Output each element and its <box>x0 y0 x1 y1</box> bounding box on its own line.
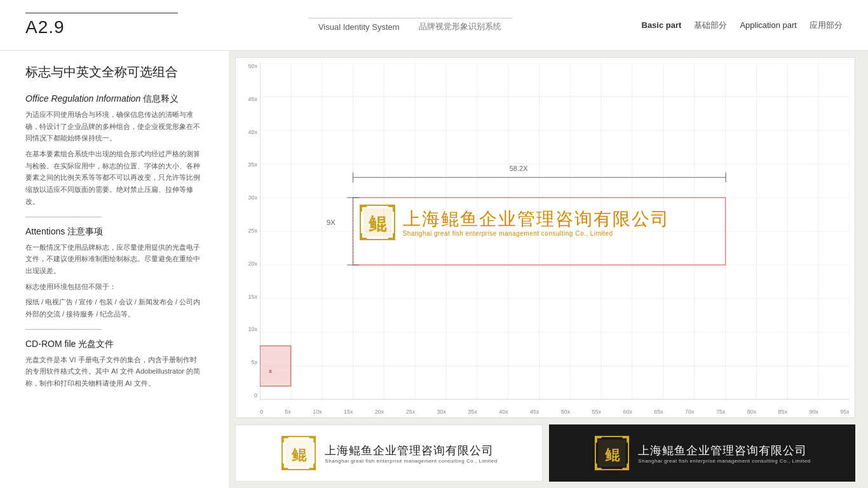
bottom-logo-en-light: Shanghai great fish enterprise managemen… <box>325 458 497 464</box>
header-divider <box>25 13 178 13</box>
x-label-30: 30x <box>437 409 446 415</box>
main-content: 标志与中英文全称可选组合 Office Regulation Informati… <box>0 51 868 488</box>
bottom-logo-zh-dark: 上海鲲鱼企业管理咨询有限公司 <box>638 443 810 458</box>
x-label-90: 90x <box>809 409 818 415</box>
chart-logo-en: Shanghai great fish enterprise managemen… <box>403 230 670 237</box>
svg-rect-48 <box>360 233 362 240</box>
x-label-10: 10x <box>313 409 322 415</box>
x-label-5: 5x <box>285 409 291 415</box>
bottom-logos: 鲲 上海鲲鱼企业管理咨询有限公司 Shanghai great fish ent… <box>235 424 855 482</box>
cdrom-label: CD-ROM file 光盘文件 <box>25 339 203 350</box>
chart-logo: 鲲 上海鲲鱼企业管理咨询有限公司 Shanghai great fish <box>353 201 675 244</box>
y-label-25: 25x <box>236 227 260 234</box>
attentions-text-2: 标志使用环境包括但不限于： <box>25 281 203 293</box>
y-label-10: 10x <box>236 326 260 332</box>
office-text-1: 为适应不同使用场合与环境，确保信息传达的清晰与准确，特设计了企业品牌的多种组合，… <box>25 109 203 144</box>
x-label-75: 75x <box>716 409 726 415</box>
x-label-15: 15x <box>344 409 353 415</box>
x-label-95: 95x <box>840 409 850 415</box>
x-label-80: 80x <box>747 409 757 415</box>
nav-en: Visual Identity System <box>318 22 400 32</box>
right-panel: 0 5x 10x 15x 20x 25x 30x 35x 40x 45x 50x <box>229 51 868 488</box>
svg-rect-68 <box>627 437 629 443</box>
svg-rect-46 <box>393 205 395 212</box>
bottom-logo-icon-light: 鲲 <box>280 435 317 471</box>
header-top-line <box>308 18 512 18</box>
x-label-0: 0 <box>260 409 263 415</box>
chart-logo-text: 上海鲲鱼企业管理咨询有限公司 Shanghai great fish enter… <box>403 208 670 237</box>
header-center: Visual Identity System 品牌视觉形象识别系统 <box>308 18 512 32</box>
section-title: 标志与中英文全称可选组合 <box>25 64 203 81</box>
attentions-label: Attentions 注意事项 <box>25 226 203 238</box>
svg-rect-31 <box>260 346 291 386</box>
x-label-55: 55x <box>592 409 602 415</box>
y-label-15: 15x <box>236 294 260 300</box>
dim-9x-label: 9X <box>325 218 337 227</box>
y-label-40: 40x <box>236 129 260 135</box>
application-part-zh: 应用部分 <box>810 20 843 31</box>
y-label-50: 50x <box>236 63 260 69</box>
grid-area: x 9X 58.2 <box>260 63 850 400</box>
svg-text:x: x <box>269 368 272 374</box>
bottom-logo-text-light: 上海鲲鱼企业管理咨询有限公司 Shanghai great fish enter… <box>325 443 497 464</box>
x-label-25: 25x <box>406 409 416 415</box>
svg-rect-44 <box>360 205 362 212</box>
x-label-85: 85x <box>778 409 788 415</box>
bottom-logo-icon-dark: 鲲 <box>593 435 630 471</box>
left-panel: 标志与中英文全称可选组合 Office Regulation Informati… <box>0 51 229 488</box>
attentions-text-1: 在一般情况下使用品牌标志，应尽量使用提供的光盘电子文件，不建议使用标准制图绘制标… <box>25 241 203 277</box>
basic-part-en: Basic part <box>642 20 682 30</box>
x-label-40: 40x <box>499 409 508 415</box>
header-left: A2.9 <box>25 13 178 37</box>
attentions-text-3: 报纸 / 电视广告 / 宣传 / 包装 / 会议 / 新闻发布会 / 公司内外部… <box>25 296 203 320</box>
svg-rect-59 <box>282 463 284 470</box>
divider-1 <box>25 217 102 217</box>
header-right: Basic part 基础部分 Application part 应用部分 <box>642 20 843 31</box>
y-label-45: 45x <box>236 96 260 102</box>
cdrom-text: 光盘文件是本 VI 手册电子文件的集合，内含手册制作时的专用软件格式文件。其中 … <box>25 354 203 390</box>
x-axis-labels: 0 5x 10x 15x 20x 25x 30x 35x 40x 45x 50x… <box>260 409 850 415</box>
office-text-2: 在基本要素组合系统中出现的组合形式均经过严格的测算与检验。在实际应用中，标志的位… <box>25 148 203 207</box>
chart-logo-icon: 鲲 <box>358 203 397 241</box>
svg-rect-57 <box>314 437 316 443</box>
application-part-en: Application part <box>740 20 797 30</box>
header: A2.9 Visual Identity System 品牌视觉形象识别系统 B… <box>0 0 868 51</box>
chart-area: 0 5x 10x 15x 20x 25x 30x 35x 40x 45x 50x <box>235 57 855 418</box>
logo-card-black: 鲲 上海鲲鱼企业管理咨询有限公司 Shanghai great fish ent… <box>549 424 855 482</box>
dim-58x-label: 58.2X <box>508 164 530 173</box>
svg-text:鲲: 鲲 <box>368 214 387 234</box>
x-label-70: 70x <box>685 409 695 415</box>
y-axis-labels: 0 5x 10x 15x 20x 25x 30x 35x 40x 45x 50x <box>236 63 260 400</box>
x-label-50: 50x <box>561 409 571 415</box>
svg-text:鲲: 鲲 <box>604 447 620 463</box>
y-label-35: 35x <box>236 161 260 168</box>
y-label-0: 0 <box>236 392 260 398</box>
basic-part-zh: 基础部分 <box>694 20 727 31</box>
svg-rect-50 <box>393 233 395 240</box>
svg-rect-61 <box>314 463 316 470</box>
x-label-65: 65x <box>654 409 663 415</box>
header-nav: Visual Identity System 品牌视觉形象识别系统 <box>318 21 501 32</box>
svg-rect-55 <box>282 437 284 443</box>
x-label-20: 20x <box>375 409 384 415</box>
svg-rect-70 <box>595 463 597 470</box>
chart-logo-zh: 上海鲲鱼企业管理咨询有限公司 <box>403 208 670 230</box>
bottom-logo-zh-light: 上海鲲鱼企业管理咨询有限公司 <box>325 443 497 458</box>
y-label-30: 30x <box>236 194 260 201</box>
x-label-60: 60x <box>623 409 632 415</box>
x-label-35: 35x <box>468 409 477 415</box>
logo-card-white: 鲲 上海鲲鱼企业管理咨询有限公司 Shanghai great fish ent… <box>235 424 543 482</box>
y-label-5: 5x <box>236 359 260 365</box>
bottom-logo-en-dark: Shanghai great fish enterprise managemen… <box>638 458 810 464</box>
bottom-logo-text-dark: 上海鲲鱼企业管理咨询有限公司 Shanghai great fish enter… <box>638 443 810 464</box>
y-label-20: 20x <box>236 261 260 267</box>
svg-rect-66 <box>595 437 597 443</box>
divider-2 <box>25 329 102 330</box>
nav-zh: 品牌视觉形象识别系统 <box>419 21 501 32</box>
svg-text:鲲: 鲲 <box>291 447 307 463</box>
page-number: A2.9 <box>25 17 178 37</box>
x-label-45: 45x <box>530 409 539 415</box>
office-regulation-label: Office Regulation Information 信息释义 <box>25 93 203 105</box>
svg-rect-72 <box>627 463 629 470</box>
